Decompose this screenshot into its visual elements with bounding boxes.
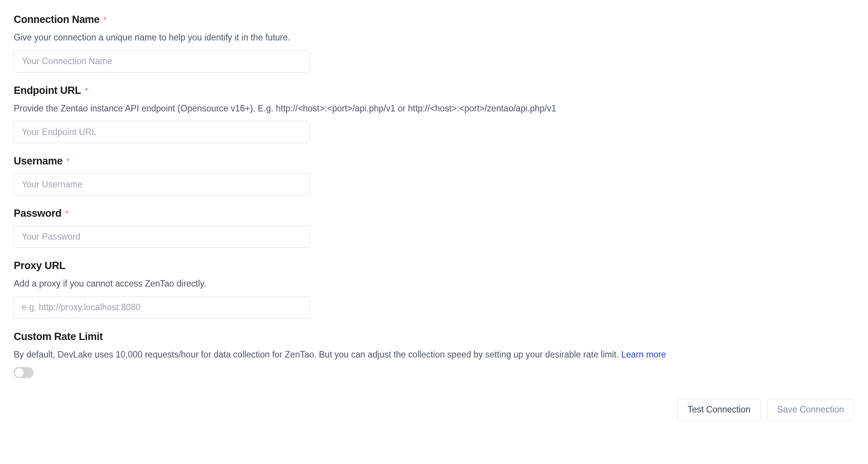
proxy-url-input[interactable]	[14, 296, 310, 319]
required-star-icon: *	[103, 15, 106, 24]
endpoint-url-sublabel: Provide the Zentao instance API endpoint…	[14, 102, 854, 115]
endpoint-url-label: Endpoint URL	[14, 85, 81, 96]
rate-limit-label: Custom Rate Limit	[14, 331, 103, 342]
button-row: Test Connection Save Connection	[14, 399, 854, 420]
password-input[interactable]	[14, 226, 310, 248]
required-star-icon: *	[85, 86, 88, 95]
connection-name-group: Connection Name * Give your connection a…	[14, 14, 854, 72]
connection-name-input[interactable]	[14, 50, 310, 72]
test-connection-button[interactable]: Test Connection	[677, 399, 761, 420]
endpoint-url-input[interactable]	[14, 121, 310, 143]
proxy-url-group: Proxy URL Add a proxy if you cannot acce…	[14, 260, 854, 319]
connection-name-label: Connection Name	[14, 14, 100, 25]
rate-limit-sublabel-text: By default, DevLake uses 10,000 requests…	[14, 350, 621, 359]
learn-more-link[interactable]: Learn more	[621, 350, 666, 359]
required-star-icon: *	[67, 157, 70, 165]
endpoint-url-group: Endpoint URL * Provide the Zentao instan…	[14, 85, 854, 143]
username-label: Username	[14, 155, 63, 167]
password-group: Password *	[14, 208, 854, 248]
rate-limit-group: Custom Rate Limit By default, DevLake us…	[14, 331, 854, 380]
toggle-knob-icon	[14, 368, 24, 377]
username-input[interactable]	[14, 173, 310, 195]
connection-name-sublabel: Give your connection a unique name to he…	[14, 31, 854, 44]
username-group: Username *	[14, 155, 854, 195]
required-star-icon: *	[66, 209, 69, 218]
rate-limit-sublabel: By default, DevLake uses 10,000 requests…	[14, 348, 854, 361]
rate-limit-toggle[interactable]	[14, 367, 34, 378]
save-connection-button[interactable]: Save Connection	[767, 399, 854, 420]
proxy-url-sublabel: Add a proxy if you cannot access ZenTao …	[14, 277, 854, 290]
proxy-url-label: Proxy URL	[14, 260, 65, 271]
password-label: Password	[14, 208, 61, 219]
